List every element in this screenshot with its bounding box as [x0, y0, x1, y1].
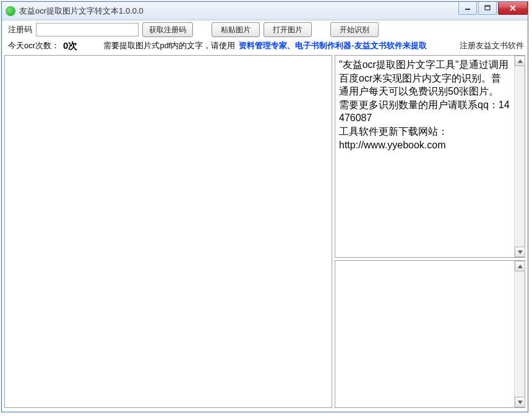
output-panel	[335, 260, 525, 408]
chevron-down-icon	[518, 401, 523, 404]
svg-marker-6	[518, 250, 523, 254]
output-text[interactable]	[335, 261, 514, 407]
window-title: 友益ocr提取图片文字转文本1.0.0.0	[19, 6, 144, 17]
output-scrollbar[interactable]	[514, 261, 525, 407]
scroll-up-button[interactable]	[515, 56, 525, 66]
titlebar[interactable]: 友益ocr提取图片文字转文本1.0.0.0	[2, 2, 528, 20]
content-area: "友益ocr提取图片文字工具"是通过调用百度ocr来实现图片内文字的识别。普通用…	[4, 55, 525, 408]
svg-marker-5	[518, 59, 523, 63]
today-count-value: 0次	[63, 40, 77, 52]
get-code-button[interactable]: 获取注册码	[142, 22, 193, 37]
register-link[interactable]: 注册友益文书软件	[460, 40, 524, 51]
scroll-down-button[interactable]	[515, 247, 525, 257]
image-panel[interactable]	[4, 55, 332, 408]
product-link[interactable]: 资料管理专家、电子书制作利器-友益文书软件来提取	[239, 40, 426, 51]
minimize-button[interactable]	[458, 2, 477, 15]
chevron-up-icon	[518, 59, 523, 63]
app-icon	[6, 6, 15, 16]
start-ocr-button[interactable]: 开始识别	[330, 22, 379, 37]
scroll-up-button[interactable]	[515, 261, 525, 271]
svg-marker-7	[518, 265, 523, 268]
reg-code-input[interactable]	[36, 23, 139, 36]
maximize-button[interactable]	[478, 2, 497, 15]
maximize-icon	[484, 5, 491, 11]
today-count-label: 今天ocr次数：	[8, 40, 59, 51]
right-column: "友益ocr提取图片文字工具"是通过调用百度ocr来实现图片内文字的识别。普通用…	[335, 55, 525, 408]
window-controls	[457, 2, 528, 15]
chevron-down-icon	[518, 250, 523, 254]
minimize-icon	[465, 5, 471, 11]
scroll-down-button[interactable]	[515, 397, 525, 407]
info-scrollbar[interactable]	[514, 56, 525, 257]
close-icon	[509, 5, 517, 11]
paste-image-button[interactable]: 粘贴图片	[212, 22, 260, 37]
reg-label: 注册码	[8, 24, 32, 35]
hint-text: 需要提取图片式pdf内的文字，请使用	[103, 40, 235, 51]
app-window: 友益ocr提取图片文字转文本1.0.0.0 注册码 获取注册码 粘贴图片 打开图…	[1, 1, 528, 412]
info-panel: "友益ocr提取图片文字工具"是通过调用百度ocr来实现图片内文字的识别。普通用…	[335, 55, 525, 258]
toolbar: 注册码 获取注册码 粘贴图片 打开图片 开始识别	[2, 20, 528, 39]
open-image-button[interactable]: 打开图片	[264, 22, 312, 37]
status-bar: 今天ocr次数： 0次 需要提取图片式pdf内的文字，请使用 资料管理专家、电子…	[2, 39, 528, 53]
close-button[interactable]	[498, 2, 528, 15]
info-text[interactable]: "友益ocr提取图片文字工具"是通过调用百度ocr来实现图片内文字的识别。普通用…	[335, 56, 514, 257]
chevron-up-icon	[518, 265, 523, 268]
svg-marker-8	[518, 401, 523, 404]
